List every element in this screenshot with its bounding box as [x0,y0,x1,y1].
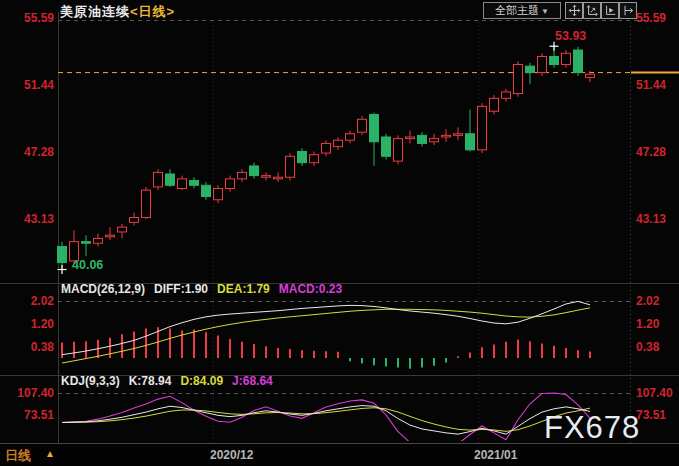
axis-play-button[interactable] [601,2,619,19]
price-axis-label: 43.13 [636,212,678,226]
kdj-params-label: KDJ(9,3,3) [61,374,120,388]
macd-macd-value: MACD:0.23 [279,282,342,296]
high-price-label: 53.93 [555,29,586,43]
axis-zoom-icon [586,4,599,17]
macd-axis-label: 1.20 [12,317,54,331]
macd-axis-label: 1.20 [636,317,678,331]
macd-dea-value: DEA:1.79 [217,282,270,296]
crosshair-move-icon [568,4,581,17]
price-axis-label: 43.13 [12,212,54,226]
theme-dropdown-label: 全部主题 [495,4,539,16]
kdj-axis-label: 73.51 [636,408,678,422]
period-tag: <日线> [130,4,175,19]
macd-label-row: MACD(26,12,9)DIFF:1.90DEA:1.79MACD:0.23 [61,282,351,296]
kdj-j-line [62,393,590,446]
price-axis-label: 47.28 [12,145,54,159]
theme-dropdown[interactable]: 全部主题▼ [483,2,561,19]
timeline-bar: 日线 ▲ 2020/12 2021/01 [0,444,679,466]
kdj-j-value: J:68.64 [232,374,273,388]
price-axis-label: 51.44 [12,78,54,92]
macd-diff-value: DIFF:1.90 [154,282,208,296]
date-label: 2020/12 [210,448,253,462]
macd-axis-label: 0.38 [12,340,54,354]
low-price-label: 40.06 [72,258,103,272]
date-label: 2021/01 [474,448,517,462]
kdj-k-value: K:78.94 [129,374,172,388]
crosshair-move-button[interactable] [565,2,583,19]
page-title: 美原油连续<日线> [60,3,175,21]
chevron-down-icon: ▼ [541,7,549,16]
macd-axis-label: 2.02 [636,294,678,308]
kdj-label-row: KDJ(9,3,3)K:78.94D:84.09J:68.64 [61,374,282,388]
price-axis-label: 51.44 [636,78,678,92]
watermark: FX678 [544,410,640,446]
macd-panel [62,301,590,368]
kdj-axis-label: 73.51 [12,408,54,422]
axis-zoom-button[interactable] [583,2,601,19]
kdj-axis-label: 107.40 [12,386,54,400]
triangle-up-icon: ▲ [45,448,55,459]
price-axis-label: 55.59 [636,11,678,25]
macd-axis-label: 0.38 [636,340,678,354]
price-axis-label: 55.59 [12,11,54,25]
candles [58,45,595,268]
chart-window: 美原油连续<日线> 全部主题▼ 55.59 51.44 47.28 43.13 … [0,0,679,466]
kdj-d-value: D:84.09 [180,374,223,388]
macd-params-label: MACD(26,12,9) [61,282,145,296]
kdj-panel [62,393,590,446]
shift-right-button[interactable] [619,2,637,19]
macd-axis-label: 2.02 [12,294,54,308]
chart-canvas[interactable] [0,0,679,466]
instrument-name: 美原油连续 [60,4,130,19]
shift-right-icon [622,4,635,17]
kdj-axis-label: 107.40 [636,386,678,400]
price-axis-label: 47.28 [636,145,678,159]
axis-play-icon [604,4,617,17]
kdj-k-line [62,406,590,435]
period-selector[interactable]: 日线 [5,447,31,465]
